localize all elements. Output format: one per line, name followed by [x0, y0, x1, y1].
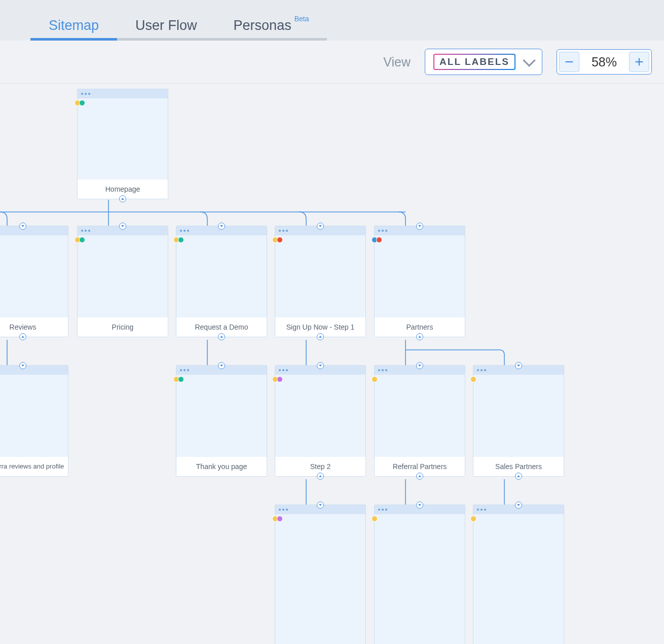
zoom-out-button[interactable] — [559, 52, 579, 72]
tab-label: Sitemap — [49, 18, 99, 33]
tab-label: Personas Beta — [234, 18, 309, 33]
card-partial[interactable] — [275, 505, 366, 644]
card-label: Pricing — [78, 317, 168, 337]
node-connector-top[interactable] — [416, 223, 423, 230]
node-connector-top[interactable] — [19, 362, 26, 369]
tab-underline — [30, 38, 117, 41]
card-pricing[interactable]: Pricing — [77, 226, 168, 337]
labels-filter-value: ALL LABELS — [433, 54, 515, 70]
card-partial[interactable] — [473, 505, 564, 644]
card-label: Capterra reviews and profile — [0, 457, 68, 476]
card-signup-step1[interactable]: Sign Up Now - Step 1 — [275, 226, 366, 337]
node-connector-top[interactable] — [218, 362, 225, 369]
tabs-bar: Sitemap User Flow Personas Beta — [0, 0, 664, 41]
tab-underline — [117, 38, 215, 41]
node-connector-top[interactable] — [515, 362, 522, 369]
node-connector-top[interactable] — [317, 502, 324, 509]
card-partners[interactable]: Partners — [374, 226, 465, 337]
sitemap-canvas[interactable]: Homepage Reviews Pricing Request a Demo … — [0, 84, 664, 644]
card-sales-partners[interactable]: Sales Partners — [473, 365, 564, 477]
card-homepage[interactable]: Homepage — [77, 89, 168, 199]
zoom-control: 58% — [557, 49, 652, 75]
beta-badge: Beta — [294, 15, 309, 23]
card-request-demo[interactable]: Request a Demo — [176, 226, 267, 337]
minus-icon — [564, 56, 575, 67]
card-thank-you[interactable]: Thank you page — [176, 365, 267, 477]
node-connector-top[interactable] — [416, 362, 423, 369]
card-partial[interactable] — [374, 505, 465, 644]
tab-personas[interactable]: Personas Beta — [215, 18, 327, 41]
labels-filter-dropdown[interactable]: ALL LABELS — [425, 49, 542, 75]
node-connector-top[interactable] — [317, 223, 324, 230]
node-connector-top[interactable] — [416, 502, 423, 509]
tab-underline — [215, 38, 327, 41]
card-label: Reviews — [0, 317, 68, 337]
node-connector-top[interactable] — [515, 502, 522, 509]
card-tags — [75, 100, 84, 106]
tab-label: User Flow — [135, 18, 197, 33]
toolbar: View ALL LABELS 58% — [0, 41, 664, 84]
tab-sitemap[interactable]: Sitemap — [30, 18, 117, 41]
node-connector-bottom[interactable] — [19, 333, 26, 340]
node-connector-bottom[interactable] — [218, 333, 225, 340]
node-connector-bottom[interactable] — [515, 473, 522, 480]
card-label: Thank you page — [176, 457, 267, 476]
card-capterra[interactable]: Capterra reviews and profile — [0, 365, 68, 477]
card-referral-partners[interactable]: Referral Partners — [374, 365, 465, 477]
node-connector-top[interactable] — [119, 223, 126, 230]
node-connector-bottom[interactable] — [317, 473, 324, 480]
node-connector-top[interactable] — [218, 223, 225, 230]
node-connector-bottom[interactable] — [317, 333, 324, 340]
tab-userflow[interactable]: User Flow — [117, 18, 215, 41]
card-header — [78, 89, 168, 98]
tag-dot — [79, 100, 85, 106]
card-reviews[interactable]: Reviews — [0, 226, 68, 337]
plus-icon — [634, 56, 645, 67]
view-label: View — [383, 55, 411, 69]
node-connector-top[interactable] — [19, 223, 26, 230]
zoom-in-button[interactable] — [629, 52, 649, 72]
node-connector-bottom[interactable] — [416, 473, 423, 480]
node-connector-bottom[interactable] — [416, 333, 423, 340]
card-body — [78, 98, 168, 180]
node-connector-bottom[interactable] — [119, 195, 126, 202]
zoom-value: 58% — [579, 55, 629, 69]
card-step2[interactable]: Step 2 — [275, 365, 366, 477]
node-connector-top[interactable] — [317, 362, 324, 369]
chevron-down-icon — [523, 54, 535, 66]
